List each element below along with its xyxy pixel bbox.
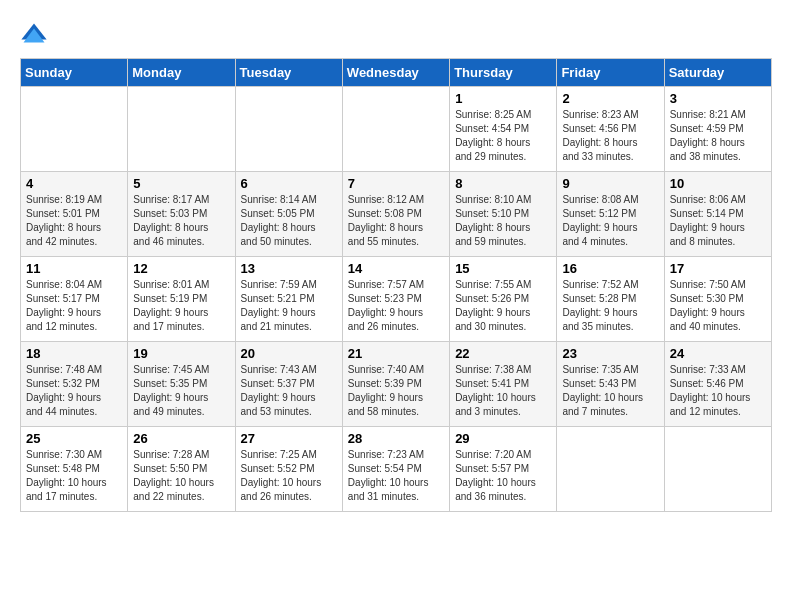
calendar-cell: 25Sunrise: 7:30 AM Sunset: 5:48 PM Dayli… (21, 427, 128, 512)
day-info: Sunrise: 7:43 AM Sunset: 5:37 PM Dayligh… (241, 363, 337, 419)
calendar-cell: 22Sunrise: 7:38 AM Sunset: 5:41 PM Dayli… (450, 342, 557, 427)
calendar-cell (664, 427, 771, 512)
calendar-cell: 28Sunrise: 7:23 AM Sunset: 5:54 PM Dayli… (342, 427, 449, 512)
calendar-cell: 5Sunrise: 8:17 AM Sunset: 5:03 PM Daylig… (128, 172, 235, 257)
day-number: 4 (26, 176, 122, 191)
calendar-cell: 17Sunrise: 7:50 AM Sunset: 5:30 PM Dayli… (664, 257, 771, 342)
day-info: Sunrise: 8:06 AM Sunset: 5:14 PM Dayligh… (670, 193, 766, 249)
column-header-thursday: Thursday (450, 59, 557, 87)
calendar-cell: 11Sunrise: 8:04 AM Sunset: 5:17 PM Dayli… (21, 257, 128, 342)
day-info: Sunrise: 7:30 AM Sunset: 5:48 PM Dayligh… (26, 448, 122, 504)
calendar-week-row: 18Sunrise: 7:48 AM Sunset: 5:32 PM Dayli… (21, 342, 772, 427)
day-number: 14 (348, 261, 444, 276)
calendar-week-row: 11Sunrise: 8:04 AM Sunset: 5:17 PM Dayli… (21, 257, 772, 342)
day-number: 3 (670, 91, 766, 106)
day-number: 2 (562, 91, 658, 106)
day-number: 28 (348, 431, 444, 446)
day-number: 27 (241, 431, 337, 446)
day-info: Sunrise: 8:14 AM Sunset: 5:05 PM Dayligh… (241, 193, 337, 249)
page-header (20, 20, 772, 48)
day-info: Sunrise: 7:40 AM Sunset: 5:39 PM Dayligh… (348, 363, 444, 419)
day-info: Sunrise: 7:38 AM Sunset: 5:41 PM Dayligh… (455, 363, 551, 419)
day-number: 11 (26, 261, 122, 276)
calendar-header-row: SundayMondayTuesdayWednesdayThursdayFrid… (21, 59, 772, 87)
day-number: 22 (455, 346, 551, 361)
day-number: 6 (241, 176, 337, 191)
logo (20, 20, 52, 48)
calendar-cell: 10Sunrise: 8:06 AM Sunset: 5:14 PM Dayli… (664, 172, 771, 257)
calendar-cell (235, 87, 342, 172)
day-number: 5 (133, 176, 229, 191)
day-info: Sunrise: 8:21 AM Sunset: 4:59 PM Dayligh… (670, 108, 766, 164)
calendar-week-row: 4Sunrise: 8:19 AM Sunset: 5:01 PM Daylig… (21, 172, 772, 257)
day-info: Sunrise: 7:48 AM Sunset: 5:32 PM Dayligh… (26, 363, 122, 419)
day-number: 7 (348, 176, 444, 191)
calendar-cell: 4Sunrise: 8:19 AM Sunset: 5:01 PM Daylig… (21, 172, 128, 257)
calendar-cell: 13Sunrise: 7:59 AM Sunset: 5:21 PM Dayli… (235, 257, 342, 342)
calendar-cell: 23Sunrise: 7:35 AM Sunset: 5:43 PM Dayli… (557, 342, 664, 427)
day-number: 1 (455, 91, 551, 106)
day-info: Sunrise: 7:52 AM Sunset: 5:28 PM Dayligh… (562, 278, 658, 334)
calendar-cell: 20Sunrise: 7:43 AM Sunset: 5:37 PM Dayli… (235, 342, 342, 427)
calendar-cell: 18Sunrise: 7:48 AM Sunset: 5:32 PM Dayli… (21, 342, 128, 427)
day-number: 25 (26, 431, 122, 446)
day-number: 9 (562, 176, 658, 191)
calendar-cell: 15Sunrise: 7:55 AM Sunset: 5:26 PM Dayli… (450, 257, 557, 342)
day-info: Sunrise: 8:19 AM Sunset: 5:01 PM Dayligh… (26, 193, 122, 249)
day-info: Sunrise: 8:17 AM Sunset: 5:03 PM Dayligh… (133, 193, 229, 249)
day-info: Sunrise: 8:08 AM Sunset: 5:12 PM Dayligh… (562, 193, 658, 249)
day-info: Sunrise: 7:20 AM Sunset: 5:57 PM Dayligh… (455, 448, 551, 504)
calendar-cell (21, 87, 128, 172)
day-info: Sunrise: 7:25 AM Sunset: 5:52 PM Dayligh… (241, 448, 337, 504)
calendar-cell: 12Sunrise: 8:01 AM Sunset: 5:19 PM Dayli… (128, 257, 235, 342)
day-info: Sunrise: 7:59 AM Sunset: 5:21 PM Dayligh… (241, 278, 337, 334)
calendar-cell: 24Sunrise: 7:33 AM Sunset: 5:46 PM Dayli… (664, 342, 771, 427)
calendar-cell: 27Sunrise: 7:25 AM Sunset: 5:52 PM Dayli… (235, 427, 342, 512)
calendar-cell: 6Sunrise: 8:14 AM Sunset: 5:05 PM Daylig… (235, 172, 342, 257)
day-number: 15 (455, 261, 551, 276)
day-info: Sunrise: 8:12 AM Sunset: 5:08 PM Dayligh… (348, 193, 444, 249)
day-number: 20 (241, 346, 337, 361)
column-header-friday: Friday (557, 59, 664, 87)
calendar-cell: 9Sunrise: 8:08 AM Sunset: 5:12 PM Daylig… (557, 172, 664, 257)
day-info: Sunrise: 8:10 AM Sunset: 5:10 PM Dayligh… (455, 193, 551, 249)
calendar-table: SundayMondayTuesdayWednesdayThursdayFrid… (20, 58, 772, 512)
calendar-cell (128, 87, 235, 172)
day-number: 19 (133, 346, 229, 361)
day-number: 16 (562, 261, 658, 276)
column-header-monday: Monday (128, 59, 235, 87)
calendar-week-row: 25Sunrise: 7:30 AM Sunset: 5:48 PM Dayli… (21, 427, 772, 512)
calendar-cell: 21Sunrise: 7:40 AM Sunset: 5:39 PM Dayli… (342, 342, 449, 427)
day-info: Sunrise: 7:45 AM Sunset: 5:35 PM Dayligh… (133, 363, 229, 419)
column-header-saturday: Saturday (664, 59, 771, 87)
day-number: 24 (670, 346, 766, 361)
calendar-week-row: 1Sunrise: 8:25 AM Sunset: 4:54 PM Daylig… (21, 87, 772, 172)
calendar-cell: 7Sunrise: 8:12 AM Sunset: 5:08 PM Daylig… (342, 172, 449, 257)
day-info: Sunrise: 7:33 AM Sunset: 5:46 PM Dayligh… (670, 363, 766, 419)
calendar-cell (557, 427, 664, 512)
day-number: 10 (670, 176, 766, 191)
column-header-tuesday: Tuesday (235, 59, 342, 87)
day-info: Sunrise: 7:57 AM Sunset: 5:23 PM Dayligh… (348, 278, 444, 334)
day-info: Sunrise: 8:23 AM Sunset: 4:56 PM Dayligh… (562, 108, 658, 164)
calendar-cell: 8Sunrise: 8:10 AM Sunset: 5:10 PM Daylig… (450, 172, 557, 257)
calendar-cell: 2Sunrise: 8:23 AM Sunset: 4:56 PM Daylig… (557, 87, 664, 172)
day-number: 23 (562, 346, 658, 361)
calendar-cell: 19Sunrise: 7:45 AM Sunset: 5:35 PM Dayli… (128, 342, 235, 427)
day-number: 29 (455, 431, 551, 446)
calendar-cell: 16Sunrise: 7:52 AM Sunset: 5:28 PM Dayli… (557, 257, 664, 342)
calendar-cell: 29Sunrise: 7:20 AM Sunset: 5:57 PM Dayli… (450, 427, 557, 512)
day-number: 12 (133, 261, 229, 276)
calendar-cell: 26Sunrise: 7:28 AM Sunset: 5:50 PM Dayli… (128, 427, 235, 512)
day-number: 26 (133, 431, 229, 446)
calendar-cell: 14Sunrise: 7:57 AM Sunset: 5:23 PM Dayli… (342, 257, 449, 342)
calendar-cell: 3Sunrise: 8:21 AM Sunset: 4:59 PM Daylig… (664, 87, 771, 172)
day-info: Sunrise: 7:55 AM Sunset: 5:26 PM Dayligh… (455, 278, 551, 334)
calendar-cell: 1Sunrise: 8:25 AM Sunset: 4:54 PM Daylig… (450, 87, 557, 172)
day-info: Sunrise: 7:50 AM Sunset: 5:30 PM Dayligh… (670, 278, 766, 334)
column-header-sunday: Sunday (21, 59, 128, 87)
day-info: Sunrise: 8:01 AM Sunset: 5:19 PM Dayligh… (133, 278, 229, 334)
calendar-cell (342, 87, 449, 172)
logo-icon (20, 20, 48, 48)
day-info: Sunrise: 7:35 AM Sunset: 5:43 PM Dayligh… (562, 363, 658, 419)
